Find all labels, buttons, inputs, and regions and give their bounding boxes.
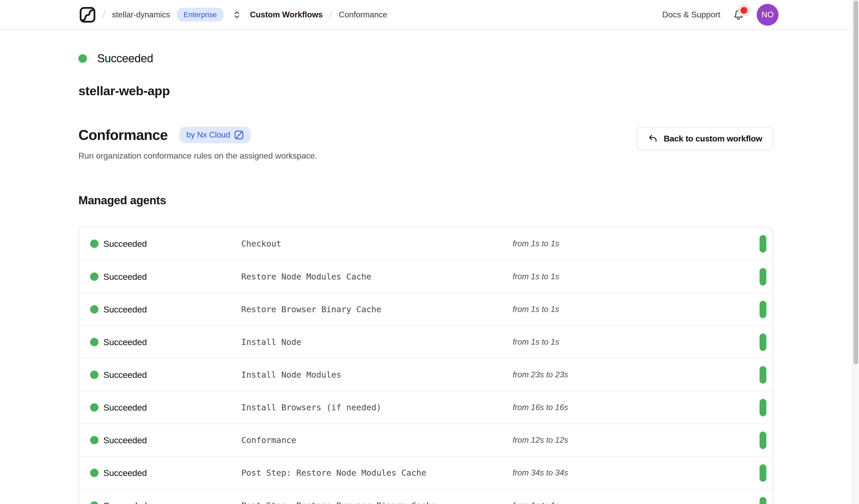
step-name: Conformance [241,435,513,445]
status-dot-icon [90,436,99,444]
notification-dot [741,7,747,14]
workflow-title-block: Conformance by Nx Cloud Run organization… [78,127,317,161]
breadcrumb-section[interactable]: Custom Workflows [250,10,323,19]
status-dot-icon [78,54,87,63]
status-dot-icon [90,273,99,281]
step-row[interactable]: Succeeded Post Step: Restore Browser Bin… [79,489,772,504]
step-name: Restore Browser Binary Cache [241,304,513,314]
notifications-button[interactable] [731,7,746,22]
step-status-label: Succeeded [103,304,147,315]
step-status: Succeeded [90,402,241,413]
step-status: Succeeded [90,337,241,347]
breadcrumb-separator: / [330,9,332,20]
step-time-range: from 16s to 16s [513,403,759,412]
steps-card: Succeeded Checkout from 1s to 1s Succeed… [78,227,773,504]
workflow-title: Conformance [78,127,168,143]
step-status-label: Succeeded [103,468,147,478]
org-switcher-button[interactable] [230,8,243,21]
nx-cloud-logo-icon[interactable] [79,6,96,23]
duration-bar [759,334,766,351]
run-status: Succeeded [78,52,773,65]
step-time-range: from 1s to 1s [513,239,759,248]
step-row[interactable]: Succeeded Restore Node Modules Cache fro… [79,260,772,293]
step-status-label: Succeeded [103,501,147,504]
navbar-actions: Docs & Support NO [662,4,779,26]
duration-bar [759,399,766,416]
step-status-label: Succeeded [103,370,147,380]
workspace-title: stellar-web-app [78,83,773,98]
step-row[interactable]: Succeeded Conformance from 12s to 12s [79,424,772,456]
step-name: Checkout [241,239,513,249]
by-nx-cloud-badge[interactable]: by Nx Cloud [179,127,251,143]
status-dot-icon [90,371,99,379]
step-status: Succeeded [90,239,241,249]
breadcrumb-org[interactable]: stellar-dynamics [112,10,170,19]
top-navbar: / stellar-dynamics Enterprise Custom Wor… [0,0,859,30]
step-status: Succeeded [90,370,241,380]
step-name: Install Node [241,337,513,347]
status-dot-icon [90,469,99,477]
status-dot-icon [90,403,99,412]
duration-bar [759,432,766,449]
step-row[interactable]: Succeeded Install Node Modules from 23s … [79,358,772,391]
step-time-range: from 1s to 1s [513,501,759,504]
back-button-label: Back to custom workflow [664,134,762,143]
step-status-label: Succeeded [103,239,147,249]
status-dot-icon [90,338,99,346]
step-status-label: Succeeded [103,402,147,413]
managed-agents-heading: Managed agents [78,194,773,207]
step-status: Succeeded [90,435,241,445]
step-row[interactable]: Succeeded Checkout from 1s to 1s [79,227,772,260]
step-status-label: Succeeded [103,337,147,347]
scrollbar-thumb[interactable] [854,1,858,364]
step-time-range: from 34s to 34s [513,468,759,477]
duration-bar [759,497,766,504]
nx-logo-icon [234,130,244,140]
breadcrumb: / stellar-dynamics Enterprise Custom Wor… [79,6,387,23]
step-time-range: from 12s to 12s [513,436,759,445]
step-row[interactable]: Succeeded Post Step: Restore Node Module… [79,456,772,489]
step-row[interactable]: Succeeded Install Browsers (if needed) f… [79,391,772,424]
undo-arrow-icon [648,133,658,144]
step-status: Succeeded [90,304,241,315]
breadcrumb-separator: / [103,9,105,20]
step-time-range: from 1s to 1s [513,272,759,281]
duration-bar [759,268,766,286]
avatar[interactable]: NO [757,4,779,26]
step-name: Post Step: Restore Browser Binary Cache [241,501,513,504]
step-row[interactable]: Succeeded Install Node from 1s to 1s [79,325,772,358]
workflow-description: Run organization conformance rules on th… [78,151,317,161]
step-status-label: Succeeded [103,435,147,445]
status-dot-icon [90,305,99,314]
org-plan-badge: Enterprise [177,8,224,22]
duration-bar [759,366,766,384]
step-row[interactable]: Succeeded Restore Browser Binary Cache f… [79,293,772,325]
step-status: Succeeded [90,272,241,282]
status-dot-icon [90,501,99,504]
step-name: Restore Node Modules Cache [241,272,513,281]
duration-bar [759,235,766,253]
step-time-range: from 23s to 23s [513,370,759,379]
step-name: Install Node Modules [241,370,513,380]
status-dot-icon [90,240,99,248]
step-time-range: from 1s to 1s [513,337,759,347]
step-name: Post Step: Restore Node Modules Cache [241,468,513,478]
step-status: Succeeded [90,501,241,504]
chevron-up-down-icon [231,9,242,20]
step-time-range: from 1s to 1s [513,305,759,314]
step-status: Succeeded [90,468,241,478]
breadcrumb-page: Conformance [339,10,387,19]
duration-bar [759,301,766,318]
workflow-header: Conformance by Nx Cloud Run organization… [78,127,773,161]
run-status-label: Succeeded [97,52,153,65]
main-content: Succeeded stellar-web-app Conformance by… [0,52,859,504]
docs-support-link[interactable]: Docs & Support [662,10,720,19]
duration-bar [759,464,766,482]
scrollbar[interactable] [852,0,859,504]
step-name: Install Browsers (if needed) [241,402,513,412]
step-status-label: Succeeded [103,272,147,282]
back-to-custom-workflow-button[interactable]: Back to custom workflow [637,127,773,150]
by-nx-cloud-label: by Nx Cloud [186,130,230,140]
